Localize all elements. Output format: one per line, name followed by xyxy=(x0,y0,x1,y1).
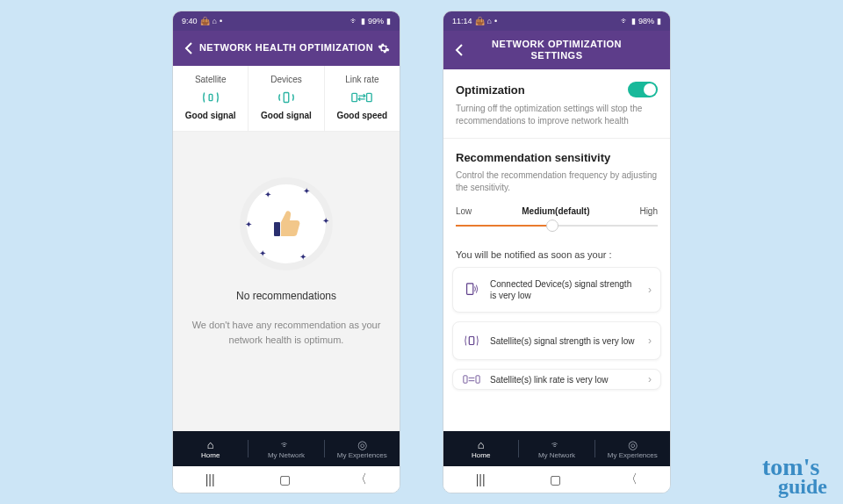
nav-home[interactable]: ⌂ Home xyxy=(173,439,248,459)
signal-icon: ▮ xyxy=(361,17,365,25)
status-battery: 98% xyxy=(638,17,654,25)
devices-status: Good signal xyxy=(252,111,320,120)
sys-back[interactable]: 〈 xyxy=(355,472,367,487)
back-button[interactable] xyxy=(182,41,196,55)
home-icon: ⌂ xyxy=(478,439,485,450)
notify-card-satellite-signal[interactable]: Satellite(s) signal strength is very low… xyxy=(452,321,661,360)
health-summary-row: Satellite Good signal Devices Good signa… xyxy=(173,66,400,132)
android-system-nav: ||| ▢ 〈 xyxy=(173,466,400,493)
devices-card[interactable]: Devices Good signal xyxy=(249,66,324,131)
device-icon xyxy=(462,282,481,298)
bag-icon: 👜 xyxy=(475,17,485,25)
svg-rect-8 xyxy=(476,376,479,383)
sensitivity-medium: Medium(default) xyxy=(522,206,589,216)
sparkle-icon: ✦ xyxy=(322,216,329,226)
svg-rect-0 xyxy=(209,94,213,100)
svg-rect-3 xyxy=(367,93,372,101)
battery-icon: ▮ xyxy=(657,17,661,25)
chevron-right-icon: › xyxy=(648,335,652,347)
nav-myexp[interactable]: ◎ My Experiences xyxy=(325,439,400,459)
svg-rect-4 xyxy=(274,222,280,236)
linkrate-card[interactable]: Link rate Good speed xyxy=(325,66,400,131)
sys-home[interactable]: ▢ xyxy=(550,472,561,486)
notify-card-text: Connected Device(s) signal strength is v… xyxy=(490,278,639,301)
page-title: NETWORK HEALTH OPTIMIZATION xyxy=(196,42,377,54)
sparkle-icon: ✦ xyxy=(303,186,310,196)
status-time: 9:40 xyxy=(182,17,198,25)
sys-back[interactable]: 〈 xyxy=(625,472,638,487)
notification-card-list: Connected Device(s) signal strength is v… xyxy=(443,267,670,390)
sensitivity-desc: Control the recommendation frequency by … xyxy=(456,169,658,194)
nav-home-label: Home xyxy=(201,451,220,459)
sparkle-icon: ✦ xyxy=(245,220,252,229)
back-button[interactable] xyxy=(452,43,466,57)
nav-mynetwork-label: My Network xyxy=(538,451,575,459)
page-title: NETWORK OPTIMIZATION SETTINGS xyxy=(466,39,647,61)
dot-icon: • xyxy=(494,17,497,25)
linkrate-status: Good speed xyxy=(328,111,396,120)
sensitivity-slider[interactable] xyxy=(456,225,658,227)
watermark-logo: tom's guide xyxy=(762,457,827,495)
linkrate-label: Link rate xyxy=(328,75,396,84)
wifi-nav-icon: ᯤ xyxy=(280,439,292,450)
linkrate-icon xyxy=(328,88,396,107)
watermark-line2: guide xyxy=(778,478,827,495)
svg-rect-1 xyxy=(284,93,289,103)
status-time: 11:14 xyxy=(452,17,472,25)
bottom-nav: ⌂ Home ᯤ My Network ◎ My Experiences xyxy=(173,431,400,466)
sparkle-icon: ✦ xyxy=(264,190,271,199)
satellite-label: Satellite xyxy=(177,75,244,84)
main-content: ✦ ✦ ✦ ✦ ✦ ✦ No recommendations We don't … xyxy=(173,132,400,431)
wifi-icon: ᯤ xyxy=(621,17,629,25)
app-header: NETWORK HEALTH OPTIMIZATION xyxy=(173,31,400,66)
nav-mynetwork-label: My Network xyxy=(268,451,305,459)
satellite-card[interactable]: Satellite Good signal xyxy=(173,66,249,131)
notify-card-device-signal[interactable]: Connected Device(s) signal strength is v… xyxy=(452,267,661,313)
sensitivity-low: Low xyxy=(456,206,472,216)
nav-home-label: Home xyxy=(472,451,490,459)
chevron-right-icon: › xyxy=(648,284,652,296)
slider-thumb[interactable] xyxy=(546,220,558,232)
sys-recents[interactable]: ||| xyxy=(476,472,486,486)
linkrate-icon xyxy=(462,373,481,385)
android-system-nav: ||| ▢ 〈 xyxy=(443,466,670,493)
title-line2: SETTINGS xyxy=(530,50,582,61)
sys-home[interactable]: ▢ xyxy=(279,472,291,486)
nav-mynetwork[interactable]: ᯤ My Network xyxy=(249,439,323,459)
sensitivity-title: Recommendation sensitivity xyxy=(456,151,658,164)
satellite-icon xyxy=(177,88,244,107)
satellite-icon xyxy=(462,333,481,349)
sparkle-icon: ✦ xyxy=(259,248,266,258)
thumbs-up-icon xyxy=(269,206,304,241)
signal-icon: ▮ xyxy=(631,17,636,25)
settings-button[interactable] xyxy=(377,41,391,55)
bag-icon: 👜 xyxy=(200,17,210,25)
chevron-right-icon: › xyxy=(648,373,652,385)
home-small-icon: ⌂ xyxy=(213,17,217,25)
slider-fill xyxy=(456,225,552,227)
target-icon: ◎ xyxy=(628,439,638,450)
svg-rect-2 xyxy=(352,93,357,101)
optimization-section: Optimization Turning off the optimizatio… xyxy=(443,69,670,139)
notify-card-satellite-linkrate[interactable]: Satellite(s) link rate is very low › xyxy=(452,369,661,390)
nav-myexp[interactable]: ◎ My Experiences xyxy=(595,439,670,459)
home-icon: ⌂ xyxy=(207,439,214,450)
devices-label: Devices xyxy=(252,75,320,84)
battery-icon: ▮ xyxy=(386,17,391,25)
devices-icon xyxy=(252,88,320,107)
optimization-desc: Turning off the optimization settings wi… xyxy=(456,103,658,127)
app-header: NETWORK OPTIMIZATION SETTINGS xyxy=(443,31,670,69)
nav-home[interactable]: ⌂ Home xyxy=(443,439,518,459)
notify-card-text: Satellite(s) signal strength is very low xyxy=(490,335,639,347)
dot-icon: • xyxy=(220,17,222,25)
sys-recents[interactable]: ||| xyxy=(205,472,215,486)
phone-1: 9:40 👜 ⌂ • ᯤ ▮ 99% ▮ NETWORK HEALTH OPTI… xyxy=(172,11,400,493)
notify-card-text: Satellite(s) link rate is very low xyxy=(490,374,639,385)
no-recommendations-desc: We don't have any recommendation as your… xyxy=(173,318,400,347)
wifi-icon: ᯤ xyxy=(350,17,358,25)
notify-lead-text: You will be notified as soon as your : xyxy=(443,237,670,267)
optimization-toggle[interactable] xyxy=(628,82,658,97)
nav-myexp-label: My Experiences xyxy=(337,451,387,459)
thumbs-up-graphic: ✦ ✦ ✦ ✦ ✦ ✦ xyxy=(247,184,326,263)
nav-mynetwork[interactable]: ᯤ My Network xyxy=(519,439,594,459)
